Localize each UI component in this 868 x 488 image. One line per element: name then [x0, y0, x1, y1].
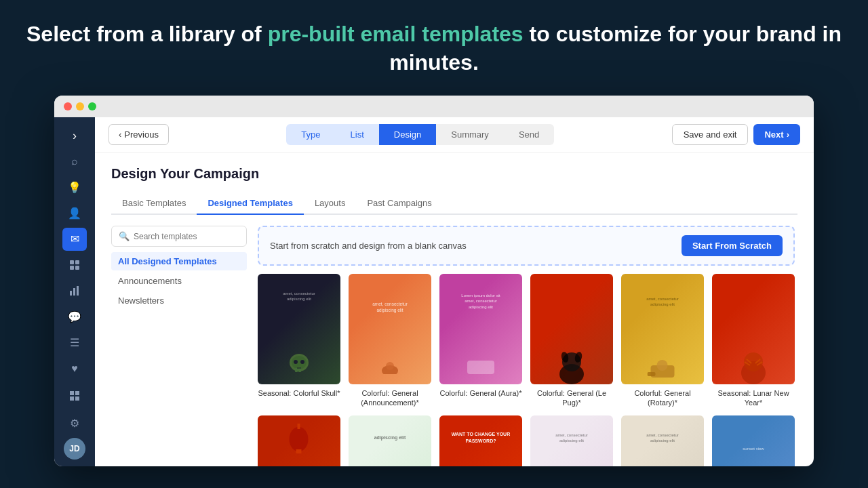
svg-rect-4 [70, 291, 72, 296]
content-area: Design Your Campaign Basic Templates Des… [95, 152, 814, 466]
sidebar-icon-settings[interactable]: ⚙ [62, 411, 87, 435]
tab-list[interactable]: List [336, 124, 379, 145]
avatar[interactable]: JD [64, 438, 85, 460]
next-arrow-icon: › [787, 129, 789, 140]
sidebar-icon-list[interactable]: ☰ [62, 331, 87, 354]
start-from-scratch-button[interactable]: Start From Scratch [682, 235, 783, 256]
category-list: All Designed Templates Announcements New… [111, 252, 247, 310]
template-card-lunarnewyear[interactable]: Seasonal: Lunar New Year* [712, 274, 795, 407]
template-body: 🔍 All Designed Templates Announcements N… [111, 226, 797, 466]
scratch-text: Start from scratch and design from a bla… [270, 241, 467, 251]
svg-rect-10 [75, 396, 79, 401]
sidebar-icon-chevron[interactable]: › [62, 124, 87, 147]
browser-dot-yellow[interactable] [76, 102, 84, 110]
svg-rect-3 [75, 266, 79, 270]
svg-rect-0 [70, 260, 74, 264]
tab-type[interactable]: Type [286, 124, 335, 145]
svg-rect-33 [298, 424, 300, 429]
search-icon: 🔍 [119, 231, 130, 241]
template-name-aura: Colorful: General (Aura)* [439, 388, 522, 398]
browser-dot-red[interactable] [64, 102, 72, 110]
right-panel: Start from scratch and design from a bla… [258, 226, 797, 466]
template-card-orange[interactable]: amet, consecteturadipiscing elit Colorfu… [349, 274, 431, 407]
svg-rect-9 [70, 396, 74, 401]
sidebar-icon-chart[interactable] [62, 279, 87, 302]
next-button[interactable]: Next › [753, 124, 800, 145]
template-card-skull[interactable]: amet, consecteturadipiscing elit Seasona… [258, 274, 340, 407]
template-name-lunarnewyear: Seasonal: Lunar New Year* [712, 388, 795, 408]
sidebar: › ⌕ 💡 👤 ✉ 💬 ☰ ♥ ⚙ JD [54, 117, 95, 466]
category-announcements[interactable]: Announcements [111, 272, 247, 290]
sidebar-icon-heart[interactable]: ♥ [62, 357, 87, 381]
sidebar-icon-grid[interactable] [62, 384, 87, 408]
svg-rect-6 [77, 286, 79, 296]
hero-highlight: pre-built email templates [268, 22, 524, 46]
template-card-cherries[interactable]: adipiscing elit Colorful [349, 415, 431, 466]
topnav-right: Save and exit Next › [672, 124, 800, 145]
previous-button[interactable]: ‹ Previous [108, 124, 169, 145]
template-card-redlantern[interactable]: Seasonal: Red Lantern* [258, 415, 340, 466]
sidebar-icon-mail[interactable]: ✉ [62, 228, 87, 251]
svg-point-32 [290, 427, 309, 451]
svg-rect-25 [648, 372, 656, 376]
template-card-lepug[interactable]: Colorful: General (Le Pug)* [530, 274, 613, 407]
svg-rect-16 [298, 368, 301, 372]
template-name-skull: Seasonal: Colorful Skull* [258, 388, 340, 398]
save-exit-button[interactable]: Save and exit [672, 124, 749, 145]
svg-rect-8 [75, 391, 79, 395]
svg-rect-5 [73, 288, 75, 296]
svg-rect-2 [70, 266, 74, 270]
template-name-orange: Colorful: General (Announcement)* [349, 388, 431, 408]
svg-rect-34 [296, 449, 302, 453]
sidebar-icon-user[interactable]: 👤 [62, 202, 87, 225]
template-card-rotary[interactable]: amet, consecteturadipiscing elit Colorfu… [621, 274, 704, 407]
template-card-beige[interactable]: amet, consecteturadipiscing elit Colorfu… [621, 415, 704, 466]
prev-chevron-icon: ‹ [119, 129, 121, 140]
previous-label: Previous [124, 129, 159, 140]
tab-past-campaigns[interactable]: Past Campaigns [356, 192, 442, 215]
svg-rect-1 [75, 260, 79, 264]
template-grid-row1: amet, consecteturadipiscing elit Seasona… [258, 274, 795, 407]
svg-point-14 [300, 360, 304, 364]
tab-summary[interactable]: Summary [436, 124, 504, 145]
svg-rect-15 [295, 368, 298, 372]
hero-text-before: Select from a library of [26, 22, 268, 46]
search-input[interactable] [134, 232, 239, 241]
page-title: Design Your Campaign [111, 166, 797, 182]
template-name-lepug: Colorful: General (Le Pug)* [530, 388, 613, 408]
step-tabs: Type List Design Summary Send [176, 124, 665, 145]
tab-designed-templates[interactable]: Designed Templates [197, 192, 303, 215]
main-content: ‹ Previous Type List Design Summary Send… [95, 117, 814, 466]
browser-dot-green[interactable] [88, 102, 96, 110]
category-newsletters[interactable]: Newsletters [111, 291, 247, 310]
tab-basic-templates[interactable]: Basic Templates [111, 192, 197, 215]
svg-point-13 [294, 360, 298, 364]
category-all[interactable]: All Designed Templates [111, 252, 247, 270]
sidebar-icon-team[interactable] [62, 253, 87, 277]
tab-send[interactable]: Send [504, 124, 554, 145]
search-box[interactable]: 🔍 [111, 226, 247, 247]
svg-rect-7 [70, 391, 74, 395]
app-container: › ⌕ 💡 👤 ✉ 💬 ☰ ♥ ⚙ JD [54, 117, 814, 466]
svg-point-24 [657, 360, 668, 371]
template-card-pink2[interactable]: amet, consecteturadipiscing elit Colorfu… [530, 415, 613, 466]
left-panel: 🔍 All Designed Templates Announcements N… [111, 226, 247, 466]
next-label: Next [764, 129, 783, 140]
template-card-aura[interactable]: Lorem ipsum dolor sitamet, consecteturad… [439, 274, 522, 407]
browser-window: › ⌕ 💡 👤 ✉ 💬 ☰ ♥ ⚙ JD [54, 96, 814, 466]
sidebar-bottom: ♥ ⚙ JD [62, 357, 87, 466]
template-grid-row2: Seasonal: Red Lantern* adipiscing elit [258, 415, 795, 466]
sidebar-icon-search[interactable]: ⌕ [62, 150, 87, 173]
top-navigation: ‹ Previous Type List Design Summary Send… [95, 117, 814, 152]
template-card-password[interactable]: WANT TO CHANGE YOURPASSWORD? Verify emai… [439, 415, 522, 466]
sidebar-icon-lightbulb[interactable]: 💡 [62, 176, 87, 199]
browser-bar [54, 96, 814, 117]
svg-point-18 [386, 362, 394, 370]
inner-tabs: Basic Templates Designed Templates Layou… [111, 192, 797, 215]
sidebar-icon-chat[interactable]: 💬 [62, 305, 87, 328]
scratch-banner: Start from scratch and design from a bla… [258, 226, 795, 266]
tab-design[interactable]: Design [379, 124, 436, 145]
tab-layouts[interactable]: Layouts [304, 192, 357, 215]
template-card-ocean[interactable]: sunset view Seasonal: Ocean Sunset* [712, 415, 795, 466]
template-name-rotary: Colorful: General (Rotary)* [621, 388, 704, 408]
